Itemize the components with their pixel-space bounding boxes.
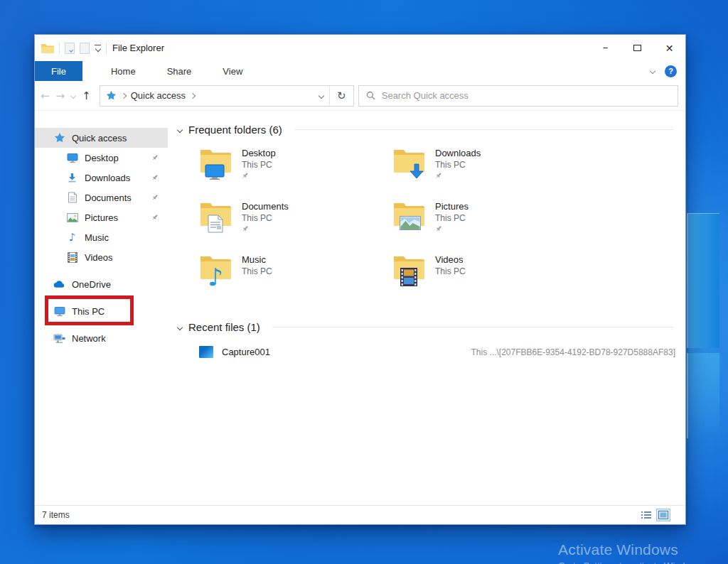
up-button[interactable]: ↑	[82, 90, 91, 102]
navigation-pane: Quick access Desktop Downloads	[35, 111, 168, 505]
windows-logo-pane-bottom	[687, 353, 719, 438]
sidebar-item-label: Quick access	[72, 133, 127, 143]
details-view-button[interactable]	[640, 509, 653, 521]
content-pane: Frequent folders (6) Desktop This PC	[168, 111, 685, 505]
customize-toolbar-button[interactable]	[95, 45, 101, 52]
sidebar-item-pictures[interactable]: Pictures	[35, 207, 168, 227]
maximize-icon	[633, 45, 641, 51]
back-button[interactable]: ←	[41, 90, 50, 102]
thumbnail-view-button[interactable]	[657, 509, 670, 521]
properties-button[interactable]	[65, 43, 75, 54]
folder-tile-documents[interactable]: Documents This PC	[199, 200, 392, 249]
sidebar-item-label: OneDrive	[72, 279, 111, 290]
maximize-button[interactable]	[621, 35, 653, 61]
pictures-icon	[66, 212, 78, 224]
sidebar-item-documents[interactable]: Documents	[35, 188, 168, 207]
folder-tile-pictures[interactable]: Pictures This PC	[392, 200, 586, 249]
documents-icon	[66, 192, 78, 204]
documents-folder-icon	[199, 200, 233, 232]
sidebar-item-label: Pictures	[85, 212, 118, 223]
tab-share[interactable]: Share	[151, 61, 208, 81]
pin-icon	[151, 194, 159, 201]
quick-access-star-icon	[53, 132, 65, 144]
desktop-folder-icon	[199, 147, 233, 178]
status-bar: 7 items	[35, 505, 685, 524]
tab-view[interactable]: View	[207, 61, 258, 81]
address-dropdown-icon[interactable]	[318, 92, 323, 98]
pin-icon	[151, 174, 159, 181]
ribbon-tabs: File Home Share View ?	[35, 61, 685, 81]
forward-button[interactable]: →	[56, 90, 65, 102]
sidebar-item-label: Desktop	[85, 153, 119, 163]
title-bar: File Explorer − ✕	[35, 35, 685, 61]
sidebar-item-quick-access[interactable]: Quick access	[35, 128, 168, 148]
sidebar-item-downloads[interactable]: Downloads	[35, 168, 168, 188]
tile-location: This PC	[435, 160, 481, 170]
pin-icon	[242, 172, 276, 179]
filmstrip-overlay-icon	[400, 268, 417, 286]
activate-windows-watermark: Activate Windows Go to Settings to activ…	[558, 541, 728, 564]
refresh-button[interactable]: ↻	[329, 86, 353, 106]
folder-tile-videos[interactable]: Videos This PC	[392, 254, 586, 303]
download-arrow-overlay-icon	[408, 163, 425, 180]
search-placeholder: Search Quick access	[382, 90, 469, 101]
sidebar-item-music[interactable]: ♪ Music	[35, 227, 168, 247]
frequent-folders-grid: Desktop This PC Downloads This PC	[199, 147, 677, 303]
frequent-folders-header[interactable]: Frequent folders (6)	[176, 124, 677, 136]
address-bar[interactable]: Quick access ↻	[100, 85, 354, 107]
tile-name: Pictures	[435, 201, 469, 212]
breadcrumb-root[interactable]: Quick access	[131, 90, 186, 101]
address-bar-row: ← → ↑ Quick access ↻ Search Quick acces	[35, 81, 685, 111]
tab-home[interactable]: Home	[95, 61, 151, 81]
tile-location: This PC	[242, 160, 276, 170]
new-folder-button[interactable]	[80, 43, 90, 54]
search-box[interactable]: Search Quick access	[358, 85, 678, 107]
recent-file-row[interactable]: Capture001 This ...\[207FBB6E-9354-4192-…	[199, 346, 677, 358]
tile-name: Desktop	[242, 148, 276, 158]
breadcrumb-separator-icon[interactable]	[190, 92, 196, 98]
collapse-section-icon[interactable]	[177, 324, 183, 330]
folder-tile-desktop[interactable]: Desktop This PC	[199, 147, 392, 196]
pin-icon	[151, 214, 159, 221]
close-button[interactable]: ✕	[653, 35, 685, 61]
desktop-icon	[66, 152, 78, 164]
tile-location: This PC	[242, 266, 272, 276]
music-note-overlay-icon: ♪	[208, 265, 223, 289]
item-count: 7 items	[42, 510, 70, 520]
document-overlay-icon	[208, 215, 223, 233]
navigation-buttons: ← → ↑	[41, 90, 95, 102]
quick-access-toolbar	[41, 43, 107, 54]
pictures-folder-icon	[392, 200, 427, 232]
recent-files-header[interactable]: Recent files (1)	[176, 321, 677, 333]
section-divider	[272, 327, 674, 327]
sidebar-item-videos[interactable]: Videos	[35, 247, 168, 267]
tile-location: This PC	[435, 266, 466, 276]
tab-file[interactable]: File	[35, 61, 82, 81]
sidebar-item-network[interactable]: Network	[35, 328, 168, 348]
file-path: This ...\[207FBB6E-9354-4192-BD78-927D58…	[471, 347, 675, 357]
section-divider	[294, 129, 674, 130]
caption-buttons: − ✕	[589, 35, 685, 61]
sidebar-item-onedrive[interactable]: OneDrive	[35, 274, 168, 294]
sidebar-item-label: Downloads	[85, 173, 130, 183]
file-name: Capture001	[222, 347, 270, 357]
tile-location: This PC	[435, 213, 469, 223]
breadcrumb[interactable]: Quick access	[100, 86, 329, 106]
quick-access-star-icon	[106, 90, 117, 101]
folder-tile-music[interactable]: ♪ Music This PC	[199, 254, 392, 303]
expand-ribbon-icon[interactable]	[650, 68, 655, 74]
music-icon: ♪	[66, 232, 78, 244]
collapse-section-icon[interactable]	[177, 126, 183, 132]
breadcrumb-separator-icon	[120, 92, 126, 98]
minimize-button[interactable]: −	[589, 35, 621, 61]
recent-locations-icon[interactable]	[70, 92, 76, 98]
windows-logo-pane-top	[687, 213, 719, 348]
toolbar-divider	[59, 43, 60, 54]
tile-name: Music	[242, 254, 272, 265]
folder-tile-downloads[interactable]: Downloads This PC	[392, 147, 586, 196]
downloads-icon	[66, 172, 78, 184]
videos-icon	[66, 251, 78, 264]
videos-folder-icon	[392, 254, 427, 285]
sidebar-item-desktop[interactable]: Desktop	[35, 148, 168, 168]
help-button[interactable]: ?	[665, 65, 677, 77]
